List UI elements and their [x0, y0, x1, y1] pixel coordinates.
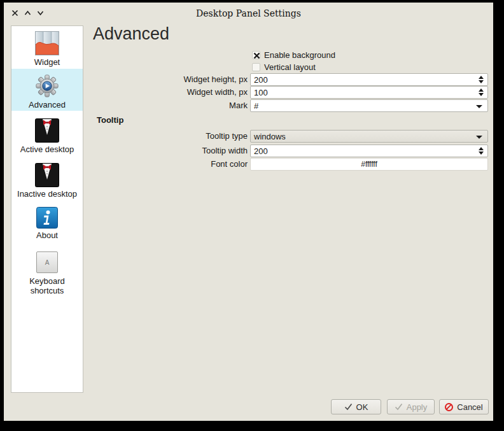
sidebar-item-label: Active desktop — [19, 145, 76, 154]
checkbox-unchecked-icon[interactable] — [252, 63, 260, 71]
check-icon — [395, 403, 403, 411]
chart-widget-icon — [35, 31, 59, 55]
sidebar-item-keyboard-shortcuts[interactable]: A Keyboard shortcuts — [11, 243, 83, 296]
field-label: Widget width, px — [93, 86, 250, 99]
sidebar-item-active-desktop[interactable]: Active desktop — [11, 111, 83, 155]
sidebar-item-widget[interactable]: Widget — [11, 26, 83, 69]
widget-width-spinbox[interactable]: 100 — [250, 86, 488, 99]
tooltip-type-row: Tooltip type windows — [93, 130, 488, 143]
enable-background-checkbox[interactable]: Enable background — [252, 50, 335, 60]
sidebar-item-label: Advanced — [27, 100, 67, 110]
vertical-layout-checkbox[interactable]: Vertical layout — [252, 62, 316, 72]
sidebar-item-label: About — [35, 230, 59, 240]
field-label: Tooltip width — [93, 145, 250, 157]
cancel-button[interactable]: Cancel — [439, 399, 489, 414]
checkbox-label: Vertical layout — [264, 62, 316, 72]
window-title: Desktop Panel Settings — [4, 8, 493, 18]
spin-up-icon[interactable] — [479, 88, 484, 92]
page-title: Advanced — [93, 24, 169, 44]
sidebar: Widget — [11, 25, 83, 393]
checkbox-checked-icon[interactable] — [252, 51, 260, 59]
checkbox-label: Enable background — [264, 50, 335, 60]
spin-down-icon[interactable] — [479, 93, 484, 96]
field-label: Widget height, px — [93, 73, 250, 86]
spinbox-value: 200 — [254, 146, 268, 156]
keyboard-key-icon: A — [36, 251, 58, 273]
font-color-row: Font color #ffffff — [93, 158, 488, 171]
no-entry-icon — [445, 403, 453, 411]
spinbox-value: 200 — [254, 75, 268, 85]
spin-down-icon[interactable] — [479, 152, 484, 155]
sidebar-item-label: Widget — [33, 57, 61, 67]
tuxedo-icon — [35, 118, 59, 143]
widget-height-spinbox[interactable]: 200 — [250, 73, 488, 86]
combobox-value: windows — [254, 132, 286, 141]
tooltip-width-row: Tooltip width 200 — [93, 145, 488, 157]
spinner-buttons[interactable] — [478, 147, 484, 155]
spinner-buttons[interactable] — [478, 76, 484, 83]
desktop-background: Desktop Panel Settings Widget — [0, 0, 504, 431]
titlebar: Desktop Panel Settings — [4, 3, 493, 24]
field-label: Mark — [93, 99, 250, 112]
apply-button[interactable]: Apply — [387, 399, 435, 414]
button-label: OK — [356, 402, 368, 412]
sidebar-item-about[interactable]: About — [11, 199, 83, 243]
color-value: #ffffff — [251, 160, 487, 169]
spin-up-icon[interactable] — [479, 147, 484, 150]
field-label: Tooltip type — [93, 130, 250, 143]
dropdown-arrow-icon[interactable] — [476, 105, 482, 108]
sidebar-item-label: Inactive desktop — [16, 189, 78, 199]
button-label: Apply — [407, 402, 428, 412]
mark-combobox[interactable]: # — [250, 99, 488, 112]
dropdown-arrow-icon[interactable] — [476, 136, 482, 139]
widget-height-row: Widget height, px 200 — [93, 73, 488, 86]
key-cap-letter: A — [45, 259, 50, 266]
font-color-button[interactable]: #ffffff — [250, 158, 488, 171]
spin-up-icon[interactable] — [479, 76, 484, 79]
sidebar-item-advanced[interactable]: Advanced — [11, 69, 83, 111]
tooltip-width-spinbox[interactable]: 200 — [250, 145, 488, 157]
spinbox-value: 100 — [254, 88, 268, 97]
spin-down-icon[interactable] — [479, 80, 484, 83]
gear-icon — [35, 74, 59, 98]
mark-row: Mark # — [93, 99, 488, 112]
ok-button[interactable]: OK — [331, 399, 381, 414]
sidebar-item-label: Keyboard shortcuts — [11, 276, 83, 295]
sidebar-item-inactive-desktop[interactable]: Inactive desktop — [11, 155, 83, 199]
field-label: Font color — [93, 158, 250, 171]
check-icon — [344, 403, 353, 411]
tooltip-group-heading: Tooltip — [97, 115, 123, 125]
button-label: Cancel — [457, 402, 482, 412]
settings-window: Desktop Panel Settings Widget — [4, 3, 493, 421]
spinner-buttons[interactable] — [478, 88, 484, 96]
tooltip-type-combobox[interactable]: windows — [250, 130, 488, 143]
widget-width-row: Widget width, px 100 — [93, 86, 488, 99]
combobox-value: # — [254, 101, 258, 111]
tuxedo-icon — [35, 163, 59, 187]
info-icon — [36, 207, 58, 229]
